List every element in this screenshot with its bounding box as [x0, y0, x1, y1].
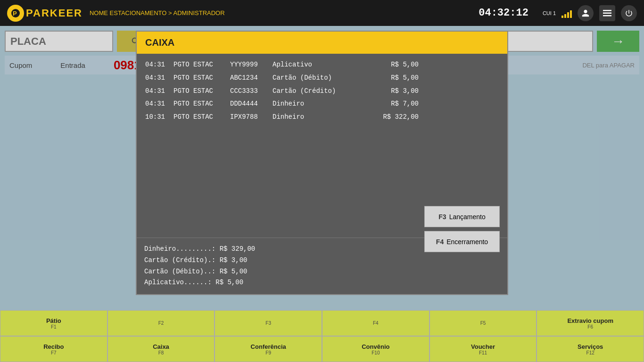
fn-label: Serviços: [578, 343, 603, 350]
tr-value: R$ 7,00: [372, 99, 419, 110]
fn-key: F12: [586, 350, 594, 355]
clock-display: 04:32:12: [479, 7, 528, 19]
top-title: NOME ESTACIONAMENTO > ADMINISTRADOR: [90, 9, 471, 16]
action-label: Lançamento: [449, 213, 486, 221]
tr-plate: IPX9788: [230, 112, 268, 123]
tr-type: PGTO ESTAC: [173, 86, 225, 97]
tr-type: PGTO ESTAC: [173, 99, 225, 110]
fn-key: F11: [479, 350, 487, 355]
fn-btn-f11[interactable]: Voucher F11: [429, 336, 537, 362]
fn-key: F5: [480, 321, 486, 326]
fn-key: F9: [265, 350, 271, 355]
svg-rect-4: [603, 15, 611, 16]
fn-btn-f6[interactable]: Extravio cupom F6: [537, 310, 644, 336]
fn-label: Voucher: [471, 343, 495, 350]
fn-key: F4: [373, 321, 379, 326]
tr-value: R$ 322,00: [372, 112, 419, 123]
tr-method: Cartão (Débito): [272, 73, 367, 84]
modal-actions: F3 LançamentoF4 Encerramento: [424, 206, 500, 252]
transaction-list: 04:31 PGTO ESTAC YYY9999 Aplicativo R$ 5…: [141, 58, 503, 124]
tr-time: 04:31: [145, 99, 169, 110]
logo-text: PARKEER: [26, 7, 83, 19]
tr-method: Aplicativo: [272, 59, 367, 71]
transaction-row: 04:31 PGTO ESTAC DDD4444 Dinheiro R$ 7,0…: [141, 98, 503, 111]
cui-label: CUI 1: [543, 10, 556, 16]
tr-value: R$ 3,00: [372, 86, 419, 97]
svg-rect-2: [603, 10, 611, 11]
fn-btn-f2[interactable]: F2: [107, 310, 215, 336]
tr-type: PGTO ESTAC: [173, 73, 225, 84]
fn-row-1: Pátio F1 F2 F3 F4 F5 Extravio cupom F6: [0, 310, 644, 336]
fn-btn-f4[interactable]: F4: [322, 310, 429, 336]
fn-row-2: Recibo F7 Caixa F8 Conferência F9 Convên…: [0, 336, 644, 362]
fn-key: F1: [51, 324, 57, 329]
top-bar: P PARKEER NOME ESTACIONAMENTO > ADMINIST…: [0, 0, 644, 26]
svg-rect-3: [603, 12, 611, 14]
caixa-modal: CAIXA 04:31 PGTO ESTAC YYY9999 Aplicativ…: [136, 31, 508, 295]
transaction-row: 10:31 PGTO ESTAC IPX9788 Dinheiro R$ 322…: [141, 111, 503, 124]
tr-time: 10:31: [145, 112, 169, 123]
fn-btn-f3[interactable]: F3: [215, 310, 322, 336]
tr-plate: DDD4444: [230, 99, 268, 110]
user-icon-btn[interactable]: [578, 5, 594, 21]
top-icons: CUI 1: [543, 5, 637, 21]
modal-footer: F3 LançamentoF4 Encerramento Dinheiro...…: [137, 238, 507, 294]
fkey-label: F3: [438, 213, 446, 221]
summary-item: Aplicativo......: R$ 5,00: [144, 277, 500, 288]
modal-header: CAIXA: [137, 32, 507, 54]
tr-time: 04:31: [145, 73, 169, 84]
tr-method: Dinheiro: [272, 99, 367, 110]
fn-label: Conferência: [251, 343, 286, 350]
bar3: [567, 12, 569, 18]
transaction-row: 04:31 PGTO ESTAC ABC1234 Cartão (Débito)…: [141, 72, 503, 85]
menu-icon-btn[interactable]: [599, 5, 615, 21]
summary-item: Cartão (Crédito).: R$ 3,00: [144, 255, 500, 266]
action-label: Encerramento: [446, 238, 488, 246]
tr-value: R$ 5,00: [372, 73, 419, 84]
fn-label: Convênio: [362, 343, 389, 350]
modal-overlay: CAIXA 04:31 PGTO ESTAC YYY9999 Aplicativ…: [0, 26, 644, 310]
svg-text:P: P: [13, 10, 17, 17]
fkey-label: F4: [436, 238, 444, 246]
fn-label: Pátio: [46, 317, 61, 324]
modal-action-btn-f3[interactable]: F3 Lançamento: [424, 206, 500, 227]
power-icon-btn[interactable]: [621, 5, 637, 21]
modal-action-btn-f4[interactable]: F4 Encerramento: [424, 231, 500, 252]
tr-type: PGTO ESTAC: [173, 59, 225, 71]
tr-plate: ABC1234: [230, 73, 268, 84]
fn-key: F6: [587, 324, 593, 329]
transaction-row: 04:31 PGTO ESTAC YYY9999 Aplicativo R$ 5…: [141, 58, 503, 72]
fn-btn-f1[interactable]: Pátio F1: [0, 310, 107, 336]
fn-key: F3: [265, 321, 271, 326]
tr-type: PGTO ESTAC: [173, 112, 225, 123]
fn-label: Caixa: [153, 343, 169, 350]
bottom-bar: Pátio F1 F2 F3 F4 F5 Extravio cupom F6 R…: [0, 310, 644, 362]
main-area: → Cupom Entrada 0981 04:15 DEL para APAG…: [0, 26, 644, 310]
fn-key: F8: [158, 350, 164, 355]
tr-value: R$ 5,00: [372, 59, 419, 71]
fn-label: Recibo: [43, 343, 64, 350]
fn-key: F10: [372, 350, 380, 355]
tr-method: Cartão (Crédito): [272, 86, 367, 97]
tr-plate: CCC3333: [230, 86, 268, 97]
fn-btn-f12[interactable]: Serviços F12: [537, 336, 644, 362]
tr-time: 04:31: [145, 59, 169, 71]
fn-btn-f7[interactable]: Recibo F7: [0, 336, 107, 362]
tr-method: Dinheiro: [272, 112, 367, 123]
fn-key: F2: [158, 321, 164, 326]
transaction-row: 04:31 PGTO ESTAC CCC3333 Cartão (Crédito…: [141, 85, 503, 98]
logo-circle: P: [7, 5, 24, 22]
bar4: [570, 10, 572, 18]
bar2: [564, 14, 566, 18]
fn-key: F7: [51, 350, 57, 355]
fn-btn-f8[interactable]: Caixa F8: [107, 336, 215, 362]
signal-bars: [561, 8, 572, 18]
logo: P PARKEER: [7, 5, 83, 22]
tr-time: 04:31: [145, 86, 169, 97]
summary-item: Cartão (Débito)..: R$ 5,00: [144, 266, 500, 278]
tr-plate: YYY9999: [230, 59, 268, 71]
fn-btn-f5[interactable]: F5: [429, 310, 537, 336]
fn-label: Extravio cupom: [567, 317, 613, 324]
fn-btn-f9[interactable]: Conferência F9: [215, 336, 322, 362]
fn-btn-f10[interactable]: Convênio F10: [322, 336, 429, 362]
